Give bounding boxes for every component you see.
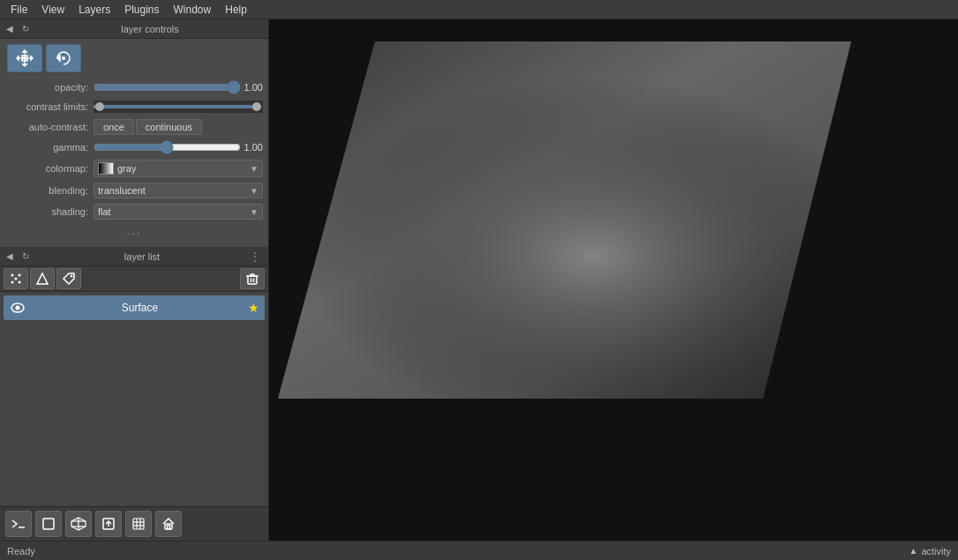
activity-area[interactable]: ▲ activity — [909, 546, 951, 556]
layer-list-header: ◀ ↻ layer list ⋮ — [0, 247, 268, 266]
menu-plugins[interactable]: Plugins — [117, 2, 166, 18]
svg-point-24 — [16, 306, 20, 310]
svg-rect-37 — [133, 519, 144, 529]
menubar: File View Layers Plugins Window Help — [0, 0, 958, 19]
layer-list-menu-icon[interactable]: ⋮ — [249, 250, 261, 263]
upload-button[interactable] — [95, 511, 122, 537]
grid-button[interactable] — [125, 511, 152, 537]
bottom-toolbar — [0, 506, 268, 541]
add-points-button[interactable] — [4, 268, 28, 289]
opacity-slider[interactable] — [94, 81, 241, 93]
colormap-row: colormap: gray ▼ — [0, 157, 268, 180]
layer-list-refresh-icon[interactable]: ↻ — [19, 250, 32, 263]
auto-contrast-group: once continuous — [94, 119, 263, 135]
svg-point-9 — [11, 274, 14, 277]
layer-controls-header: ◀ ↻ layer controls — [0, 19, 268, 39]
add-label-button[interactable] — [56, 268, 81, 289]
layer-list-collapse-icon[interactable]: ◀ — [4, 250, 16, 263]
colormap-value: gray — [117, 163, 250, 174]
opacity-row: opacity: 1.00 — [0, 78, 268, 97]
layer-items-list: Surface ★ — [0, 292, 268, 324]
layer-list-title: layer list — [35, 251, 249, 262]
svg-point-13 — [15, 278, 18, 280]
contrast-bar — [94, 105, 254, 108]
svg-point-8 — [62, 56, 65, 60]
blending-row: blending: translucent ▼ — [0, 180, 268, 201]
colormap-dropdown[interactable]: gray ▼ — [94, 160, 263, 177]
auto-contrast-label: auto-contrast: — [5, 122, 94, 132]
svg-rect-39 — [168, 526, 170, 529]
shading-value: flat — [98, 206, 250, 217]
contrast-thumb-right[interactable] — [252, 102, 261, 111]
blending-label: blending: — [5, 185, 94, 196]
svg-rect-38 — [165, 524, 172, 529]
colormap-arrow-icon: ▼ — [250, 164, 258, 174]
contrast-label: contrast limits: — [5, 101, 94, 112]
auto-contrast-row: auto-contrast: once continuous — [0, 116, 268, 138]
opacity-value: 1.00 — [244, 82, 263, 93]
menu-file[interactable]: File — [4, 2, 34, 18]
home-button[interactable] — [155, 511, 182, 537]
auto-contrast-once-button[interactable]: once — [94, 119, 134, 135]
layer-item[interactable]: Surface ★ — [4, 295, 265, 320]
layer-controls-section: ◀ ↻ layer controls — [0, 19, 268, 247]
svg-rect-16 — [248, 276, 257, 284]
activity-arrow-icon: ▲ — [909, 546, 917, 556]
gamma-value: 1.00 — [244, 142, 263, 153]
menu-layers[interactable]: Layers — [71, 2, 117, 18]
contrast-thumb-left[interactable] — [95, 102, 104, 111]
blending-arrow-icon: ▼ — [250, 186, 258, 196]
activity-label: activity — [921, 546, 951, 556]
rotate-transform-button[interactable] — [46, 44, 81, 72]
menu-window[interactable]: Window — [167, 2, 219, 18]
auto-contrast-continuous-button[interactable]: continuous — [136, 119, 202, 135]
terminal-button[interactable] — [5, 511, 32, 537]
blending-value: translucent — [98, 185, 250, 196]
blending-dropdown[interactable]: translucent ▼ — [94, 183, 263, 198]
3d-box-button[interactable] — [65, 511, 92, 537]
shading-arrow-icon: ▼ — [250, 207, 258, 217]
status-ready: Ready — [7, 546, 35, 556]
svg-marker-14 — [37, 273, 48, 284]
svg-point-12 — [19, 281, 21, 284]
left-panel: ◀ ↻ layer controls — [0, 19, 269, 541]
layer-controls-refresh-icon[interactable]: ↻ — [19, 23, 32, 35]
shading-label: shading: — [5, 206, 94, 217]
statusbar: Ready ▲ activity — [0, 541, 958, 560]
canvas-area[interactable] — [269, 19, 958, 541]
move-transform-button[interactable] — [7, 44, 42, 72]
gamma-row: gamma: 1.00 — [0, 138, 268, 157]
gamma-label: gamma: — [5, 142, 94, 153]
layer-list-section: ◀ ↻ layer list ⋮ — [0, 247, 268, 506]
layer-controls-title: layer controls — [35, 24, 265, 34]
colormap-label: colormap: — [5, 163, 94, 174]
main-content: ◀ ↻ layer controls — [0, 19, 958, 541]
svg-rect-26 — [43, 519, 54, 529]
2d-view-button[interactable] — [35, 511, 62, 537]
transform-buttons — [0, 39, 268, 78]
contrast-row: contrast limits: — [0, 97, 268, 116]
layer-star-icon[interactable]: ★ — [248, 301, 259, 315]
svg-point-15 — [71, 275, 73, 278]
svg-point-11 — [11, 281, 14, 284]
svg-point-10 — [19, 274, 21, 277]
add-shape-button[interactable] — [30, 268, 55, 289]
svg-marker-42 — [278, 41, 851, 399]
gamma-slider[interactable] — [94, 141, 241, 153]
menu-view[interactable]: View — [34, 2, 71, 18]
layer-name: Surface — [32, 302, 248, 314]
menu-help[interactable]: Help — [218, 2, 254, 18]
shading-row: shading: flat ▼ — [0, 201, 268, 222]
colormap-swatch — [98, 162, 114, 175]
shading-dropdown[interactable]: flat ▼ — [94, 204, 263, 220]
contrast-slider[interactable] — [94, 101, 263, 113]
canvas-svg — [269, 19, 958, 541]
dots-separator: ··· — [0, 222, 268, 243]
layer-list-toolbar — [0, 266, 268, 292]
layer-visibility-icon[interactable] — [9, 299, 26, 317]
opacity-label: opacity: — [5, 82, 94, 93]
layer-controls-collapse-icon[interactable]: ◀ — [4, 23, 16, 35]
delete-layer-button[interactable] — [240, 268, 265, 289]
